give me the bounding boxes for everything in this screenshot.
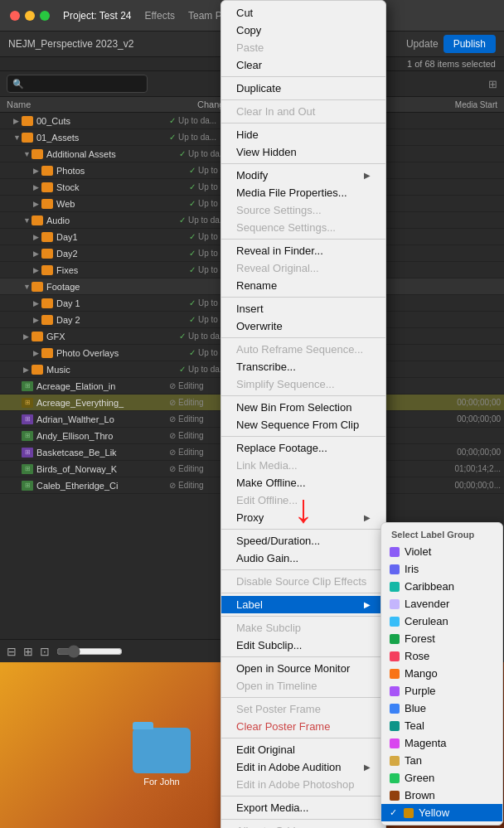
label-item-magenta[interactable]: Magenta <box>381 734 502 752</box>
color-dot-purple <box>390 686 400 696</box>
menu-simplify[interactable]: Simplify Sequence... <box>221 375 385 393</box>
menu-rename[interactable]: Rename <box>221 277 385 294</box>
menu-transcribe[interactable]: Transcribe... <box>221 358 385 375</box>
menu-make-subclip[interactable]: Make Subclip <box>221 619 385 637</box>
clip-icon: ⊞ <box>22 414 33 424</box>
folder-icon <box>41 315 53 325</box>
menu-copy[interactable]: Copy <box>221 22 385 39</box>
update-button[interactable]: Update <box>406 38 439 50</box>
menu-cut[interactable]: Cut <box>221 4 385 22</box>
color-dot-violet <box>390 547 400 557</box>
menu-insert[interactable]: Insert <box>221 300 385 317</box>
menu-reveal-original[interactable]: Reveal Original... <box>221 259 385 277</box>
color-dot-tan <box>390 756 400 766</box>
label-item-mango[interactable]: Mango <box>381 665 502 682</box>
menu-modify[interactable]: Modify ▶ <box>221 167 385 184</box>
label-item-rose[interactable]: Rose <box>381 647 502 665</box>
folder-icon <box>32 365 43 375</box>
clip-icon: ⊞ <box>22 431 33 441</box>
menu-clear-in-out[interactable]: Clear In and Out <box>221 103 385 120</box>
color-dot-yellow <box>404 808 414 818</box>
menu-view-hidden[interactable]: View Hidden <box>221 143 385 161</box>
separator <box>221 239 385 240</box>
menu-overwrite[interactable]: Overwrite <box>221 317 385 335</box>
separator <box>221 337 385 338</box>
color-dot-teal <box>390 721 400 731</box>
tab-effects[interactable]: Effects <box>145 10 175 22</box>
folder-icon <box>41 348 53 358</box>
menu-edit-original[interactable]: Edit Original <box>221 741 385 758</box>
menu-link-media[interactable]: Link Media... <box>221 457 385 474</box>
close-button[interactable] <box>10 11 20 21</box>
separator <box>221 123 385 123</box>
menu-align-grid[interactable]: Align to Grid <box>221 822 385 828</box>
menu-audio-gain[interactable]: Audio Gain... <box>221 550 385 567</box>
label-item-caribbean[interactable]: Caribbean <box>381 578 502 595</box>
color-dot-green <box>390 773 400 783</box>
menu-edit-photoshop[interactable]: Edit in Adobe Photoshop <box>221 776 385 793</box>
label-item-lavender[interactable]: Lavender <box>381 595 502 613</box>
menu-replace-footage[interactable]: Replace Footage... <box>221 439 385 457</box>
color-dot-lavender <box>390 599 400 609</box>
color-dot-magenta <box>390 738 400 748</box>
separator <box>221 163 385 164</box>
color-dot-forest <box>390 634 400 644</box>
menu-open-timeline[interactable]: Open in Timeline <box>221 677 385 695</box>
folder-icon <box>22 116 33 126</box>
zoom-slider[interactable] <box>56 645 123 658</box>
traffic-lights <box>10 11 50 21</box>
label-item-iris[interactable]: Iris <box>381 560 502 578</box>
menu-source-settings[interactable]: Source Settings... <box>221 201 385 219</box>
separator <box>221 697 385 698</box>
label-item-violet[interactable]: Violet <box>381 543 502 560</box>
icon-freeform[interactable]: ⊡ <box>40 645 50 658</box>
label-item-yellow[interactable]: ✓ Yellow <box>381 804 502 821</box>
menu-speed-duration[interactable]: Speed/Duration... <box>221 532 385 550</box>
folder-icon <box>41 265 53 275</box>
separator <box>221 796 385 797</box>
separator <box>221 738 385 738</box>
menu-sequence-settings[interactable]: Sequence Settings... <box>221 219 385 236</box>
menu-new-bin[interactable]: New Bin From Selection <box>221 399 385 416</box>
menu-edit-audition[interactable]: Edit in Adobe Audition ▶ <box>221 758 385 776</box>
separator <box>221 436 385 437</box>
color-dot-cerulean <box>390 617 400 627</box>
menu-duplicate[interactable]: Duplicate <box>221 80 385 97</box>
clip-icon: ⊞ <box>22 381 33 391</box>
label-item-teal[interactable]: Teal <box>381 717 502 734</box>
label-item-purple[interactable]: Purple <box>381 682 502 700</box>
menu-clear[interactable]: Clear <box>221 56 385 74</box>
menu-paste[interactable]: Paste <box>221 39 385 56</box>
minimize-button[interactable] <box>25 11 35 21</box>
folder-label: For John <box>133 777 191 787</box>
separator <box>221 76 385 77</box>
menu-edit-subclip[interactable]: Edit Subclip... <box>221 637 385 654</box>
menu-disable-source[interactable]: Disable Source Clip Effects <box>221 573 385 590</box>
menu-auto-reframe[interactable]: Auto Reframe Sequence... <box>221 341 385 358</box>
label-item-green[interactable]: Green <box>381 769 502 787</box>
menu-clear-poster[interactable]: Clear Poster Frame <box>221 718 385 735</box>
menu-open-source[interactable]: Open in Source Monitor <box>221 660 385 677</box>
menu-hide[interactable]: Hide <box>221 126 385 143</box>
menu-label[interactable]: Label ▶ <box>221 596 385 613</box>
color-dot-mango <box>390 669 400 679</box>
search-input[interactable]: 🔍 <box>7 75 148 93</box>
tab-project[interactable]: Project: Test 24 <box>63 10 132 22</box>
menu-export-media[interactable]: Export Media... <box>221 799 385 816</box>
separator <box>221 819 385 820</box>
menu-reveal-finder[interactable]: Reveal in Finder... <box>221 242 385 259</box>
publish-button[interactable]: Publish <box>443 35 496 53</box>
icon-list-view[interactable]: ⊟ <box>7 645 17 658</box>
menu-set-poster[interactable]: Set Poster Frame <box>221 700 385 718</box>
menu-media-file-props[interactable]: Media File Properties... <box>221 184 385 201</box>
folder-icon <box>41 182 53 192</box>
zoom-button[interactable] <box>40 11 50 21</box>
folder-for-john[interactable]: For John <box>133 728 191 787</box>
menu-new-sequence[interactable]: New Sequence From Clip <box>221 416 385 433</box>
icon-grid-view[interactable]: ⊞ <box>23 645 33 658</box>
label-item-brown[interactable]: Brown <box>381 787 502 804</box>
label-item-cerulean[interactable]: Cerulean <box>381 613 502 630</box>
label-item-blue[interactable]: Blue <box>381 700 502 717</box>
label-item-forest[interactable]: Forest <box>381 630 502 647</box>
label-item-tan[interactable]: Tan <box>381 752 502 769</box>
